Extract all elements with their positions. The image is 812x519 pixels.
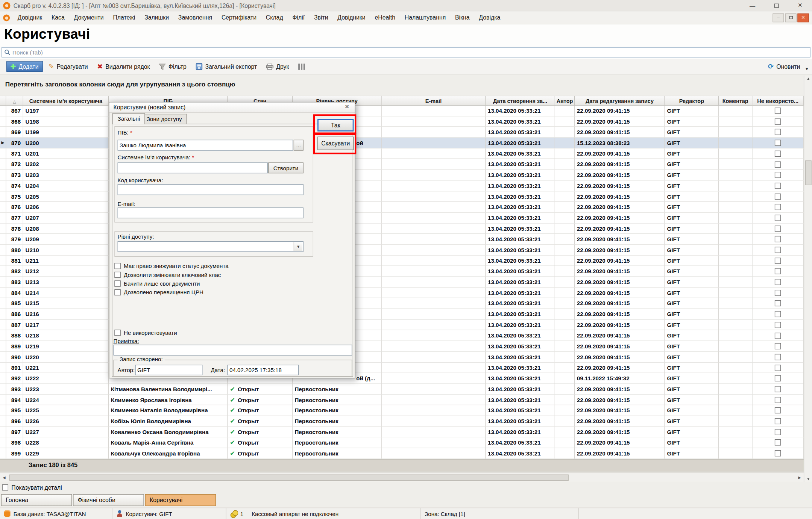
row-unused-checkbox[interactable] xyxy=(775,418,781,425)
horizontal-scrollbar[interactable]: ◀ ▶ xyxy=(0,472,804,482)
permission-checkbox-row-1[interactable]: Має право знижувати статус документа xyxy=(114,261,228,270)
row-unused-checkbox[interactable] xyxy=(775,193,781,200)
author-input[interactable] xyxy=(135,365,202,375)
row-unused-checkbox[interactable] xyxy=(775,440,781,446)
row-unused-checkbox[interactable] xyxy=(775,225,781,232)
dialog-tab-access-zones[interactable]: Зони доступу xyxy=(141,114,187,124)
row-unused-checkbox[interactable] xyxy=(775,300,781,307)
table-row[interactable]: 897U227Коваленко Оксана Володимирівна✔От… xyxy=(0,427,804,437)
dialog-close-icon[interactable]: ✕ xyxy=(342,103,352,112)
header-system-name[interactable]: Системне ім'я користувача xyxy=(23,96,109,106)
menu-item-2[interactable]: Каса xyxy=(47,12,70,23)
close-button[interactable]: ✕ xyxy=(788,0,812,11)
row-unused-checkbox[interactable] xyxy=(775,118,781,125)
print-button[interactable]: Друк xyxy=(263,62,293,71)
header-email[interactable]: E-mail xyxy=(382,96,486,106)
row-unused-checkbox[interactable] xyxy=(775,322,781,328)
row-unused-checkbox[interactable] xyxy=(775,365,781,371)
permission-checkbox[interactable] xyxy=(114,289,121,295)
header-row-number[interactable]: △ xyxy=(6,96,23,106)
row-unused-checkbox[interactable] xyxy=(775,290,781,296)
menu-item-13[interactable]: Налаштування xyxy=(400,12,450,23)
system-name-input[interactable] xyxy=(118,162,268,173)
email-input[interactable] xyxy=(118,207,304,218)
minimize-button[interactable]: — xyxy=(741,0,764,11)
row-unused-checkbox[interactable] xyxy=(775,386,781,392)
scroll-left-icon[interactable]: ◀ xyxy=(0,475,8,480)
scroll-down-icon[interactable]: ▼ xyxy=(804,477,812,481)
permission-checkbox-row-3[interactable]: Бачити лише свої документи xyxy=(114,279,228,287)
edit-button[interactable]: ✎Редагувати xyxy=(45,62,91,71)
menu-item-10[interactable]: Звіти xyxy=(310,12,333,23)
note-input[interactable] xyxy=(114,345,352,356)
table-row[interactable]: 893U223Кітманова Валентина Володимирі...… xyxy=(0,384,804,394)
header-edited[interactable]: Дата редагування запису xyxy=(575,96,665,106)
table-row[interactable]: 896U226Кобізь Юлія Володимирівна✔ОткрытП… xyxy=(0,416,804,427)
delete-row-button[interactable]: ✖Видалити рядок xyxy=(94,62,153,71)
user-code-input[interactable] xyxy=(118,184,304,195)
unused-checkbox-row[interactable]: Не використовувати xyxy=(114,328,177,337)
pib-input[interactable] xyxy=(118,140,293,151)
export-button[interactable]: Загальний експорт xyxy=(192,62,261,71)
row-unused-checkbox[interactable] xyxy=(775,354,781,360)
date-input[interactable] xyxy=(227,365,299,375)
search-box[interactable] xyxy=(2,47,810,57)
menu-item-4[interactable]: Платежі xyxy=(108,12,140,23)
create-system-name-button[interactable]: Створити xyxy=(268,162,304,173)
header-indicator[interactable] xyxy=(0,96,6,106)
row-unused-checkbox[interactable] xyxy=(775,247,781,253)
permission-checkbox-row-4[interactable]: Дозволено перевищення ЦРН xyxy=(114,288,228,297)
row-unused-checkbox[interactable] xyxy=(775,311,781,318)
header-unused[interactable]: Не використо... xyxy=(753,96,804,106)
row-unused-checkbox[interactable] xyxy=(775,129,781,135)
row-unused-checkbox[interactable] xyxy=(775,407,781,414)
show-details-checkbox[interactable] xyxy=(2,484,9,491)
pib-lookup-button[interactable]: ... xyxy=(294,140,304,151)
header-author[interactable]: Автор xyxy=(555,96,575,106)
row-unused-checkbox[interactable] xyxy=(775,375,781,382)
row-unused-checkbox[interactable] xyxy=(775,236,781,242)
mdi-minimize-button[interactable]: – xyxy=(773,13,784,22)
menu-item-9[interactable]: Філії xyxy=(288,12,310,23)
row-unused-checkbox[interactable] xyxy=(775,150,781,157)
horizontal-scroll-thumb[interactable] xyxy=(9,474,569,481)
table-row[interactable]: 899U229Ковальчук Олександра Ігорівна✔Отк… xyxy=(0,448,804,458)
mdi-close-button[interactable]: ✕ xyxy=(797,13,809,22)
row-unused-checkbox[interactable] xyxy=(775,161,781,168)
bottom-tab-3[interactable]: Користувачі xyxy=(145,494,216,506)
vertical-scroll-thumb[interactable] xyxy=(805,160,812,185)
row-unused-checkbox[interactable] xyxy=(775,279,781,285)
row-unused-checkbox[interactable] xyxy=(775,183,781,189)
row-unused-checkbox[interactable] xyxy=(775,397,781,403)
menu-item-14[interactable]: Вікна xyxy=(451,12,474,23)
menu-item-8[interactable]: Склад xyxy=(261,12,288,23)
permission-checkbox[interactable] xyxy=(114,271,121,278)
row-unused-checkbox[interactable] xyxy=(775,204,781,210)
toolbar-overflow-icon[interactable]: ▼ xyxy=(805,67,809,71)
row-unused-checkbox[interactable] xyxy=(775,268,781,275)
filter-button[interactable]: Фільтр xyxy=(156,62,190,71)
table-row[interactable]: 895U225Клименко Наталія Володимирівна✔От… xyxy=(0,405,804,416)
refresh-button[interactable]: ⟳Оновити xyxy=(765,62,804,71)
row-unused-checkbox[interactable] xyxy=(775,140,781,146)
dialog-tab-general[interactable]: Загальні xyxy=(112,113,145,124)
row-unused-checkbox[interactable] xyxy=(775,450,781,457)
menu-item-15[interactable]: Довідка xyxy=(474,12,505,23)
unused-checkbox[interactable] xyxy=(114,329,121,336)
scroll-right-icon[interactable]: ▶ xyxy=(795,475,804,480)
row-unused-checkbox[interactable] xyxy=(775,172,781,178)
bottom-tab-1[interactable]: Головна xyxy=(1,494,72,506)
menu-item-5[interactable]: Залишки xyxy=(140,12,174,23)
menu-item-12[interactable]: eHealth xyxy=(370,12,400,23)
header-comment[interactable]: Коментар xyxy=(719,96,752,106)
row-unused-checkbox[interactable] xyxy=(775,108,781,114)
row-unused-checkbox[interactable] xyxy=(775,429,781,435)
permission-checkbox-row-2[interactable]: Дозволити змінювати ключовий клас xyxy=(114,270,228,279)
search-input[interactable] xyxy=(12,49,810,56)
header-editor[interactable]: Редактор xyxy=(665,96,719,106)
row-unused-checkbox[interactable] xyxy=(775,343,781,350)
menu-item-11[interactable]: Довідники xyxy=(333,12,370,23)
scroll-up-icon[interactable]: ▲ xyxy=(804,77,812,80)
menu-item-1[interactable]: Довідник xyxy=(13,12,47,23)
mdi-restore-button[interactable] xyxy=(785,13,796,22)
